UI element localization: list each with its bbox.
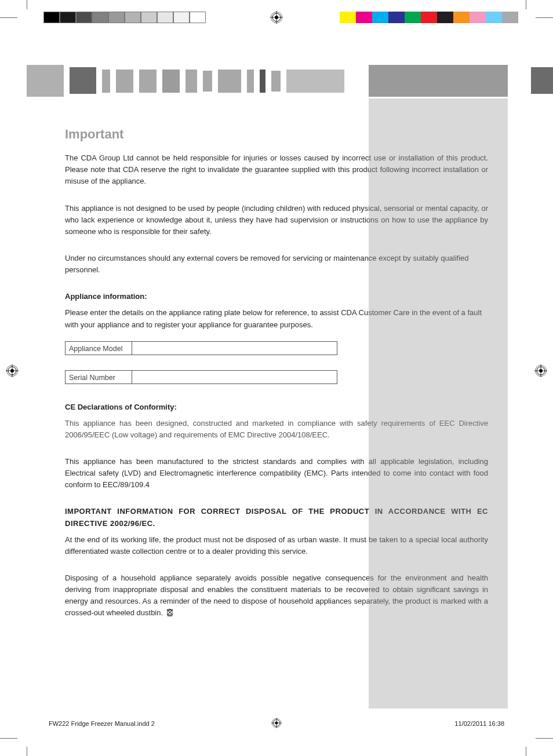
appliance-info-heading: Appliance information: <box>65 291 488 302</box>
paragraph: Please enter the details on the applianc… <box>65 307 488 330</box>
registration-mark-icon <box>270 11 283 24</box>
paragraph-text: Disposing of a household appliance separ… <box>65 574 488 617</box>
serial-number-value[interactable] <box>132 371 337 384</box>
printer-crop-bottom <box>0 715 553 756</box>
svg-point-4 <box>275 16 278 19</box>
paragraph: This appliance is not designed to be use… <box>65 203 488 238</box>
registration-mark-icon <box>6 364 19 379</box>
page-content: Important The CDA Group Ltd cannot be he… <box>65 125 488 619</box>
svg-point-20 <box>539 369 543 372</box>
paragraph: At the end of its working life, the prod… <box>65 534 488 557</box>
registration-mark-icon <box>534 364 547 379</box>
appliance-model-value[interactable] <box>132 342 337 355</box>
paragraph: The CDA Group Ltd cannot be held respons… <box>65 152 488 187</box>
serial-number-label: Serial Number <box>66 371 132 384</box>
page-title: Important <box>65 125 488 144</box>
disposal-paragraph: Disposing of a household appliance separ… <box>65 572 488 619</box>
svg-point-15 <box>10 369 14 372</box>
paragraph: Under no circumstances should any extern… <box>65 253 488 276</box>
serial-number-field: Serial Number <box>65 370 337 384</box>
ce-heading: CE Declarations of Conformity: <box>65 401 488 413</box>
printer-crop-top <box>0 0 553 29</box>
color-swatches <box>340 12 518 23</box>
appliance-model-field: Appliance Model <box>65 341 337 355</box>
weee-bin-icon <box>166 608 173 616</box>
header-decorative-bars <box>0 65 553 97</box>
appliance-model-label: Appliance Model <box>66 342 132 355</box>
disposal-heading: IMPORTANT INFORMATION FOR CORRECT DISPOS… <box>65 506 488 529</box>
paragraph: This appliance has been manufactured to … <box>65 456 488 491</box>
grayscale-swatches <box>43 12 206 23</box>
paragraph: This appliance has been designed, constr… <box>65 418 488 441</box>
